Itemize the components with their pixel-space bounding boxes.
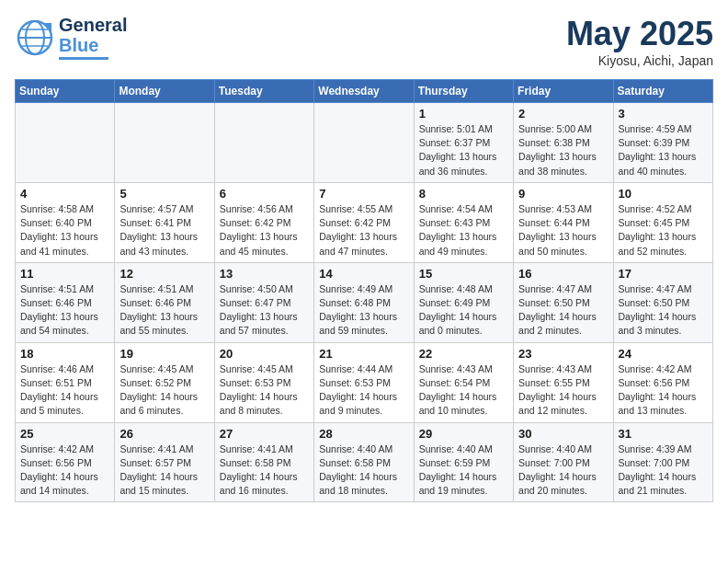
calendar-cell: 12Sunrise: 4:51 AMSunset: 6:46 PMDayligh… bbox=[115, 262, 214, 342]
weekday-header-tuesday: Tuesday bbox=[214, 80, 313, 103]
weekday-header-sunday: Sunday bbox=[16, 80, 115, 103]
day-info: Sunrise: 4:52 AMSunset: 6:45 PMDaylight:… bbox=[619, 202, 708, 259]
day-number: 4 bbox=[20, 187, 109, 201]
calendar-cell: 16Sunrise: 4:47 AMSunset: 6:50 PMDayligh… bbox=[514, 262, 613, 342]
calendar-cell: 23Sunrise: 4:43 AMSunset: 6:55 PMDayligh… bbox=[514, 342, 613, 422]
day-info: Sunrise: 4:42 AMSunset: 6:56 PMDaylight:… bbox=[20, 442, 109, 499]
calendar-cell: 22Sunrise: 4:43 AMSunset: 6:54 PMDayligh… bbox=[414, 342, 513, 422]
day-info: Sunrise: 4:47 AMSunset: 6:50 PMDaylight:… bbox=[518, 282, 608, 339]
day-info: Sunrise: 4:43 AMSunset: 6:55 PMDaylight:… bbox=[518, 362, 608, 419]
calendar-cell: 10Sunrise: 4:52 AMSunset: 6:45 PMDayligh… bbox=[613, 182, 712, 262]
calendar-cell: 6Sunrise: 4:56 AMSunset: 6:42 PMDaylight… bbox=[214, 182, 313, 262]
day-number: 5 bbox=[119, 187, 209, 201]
day-number: 21 bbox=[319, 347, 408, 361]
day-info: Sunrise: 4:48 AMSunset: 6:49 PMDaylight:… bbox=[419, 282, 508, 339]
weekday-header-saturday: Saturday bbox=[613, 80, 712, 103]
calendar-table: SundayMondayTuesdayWednesdayThursdayFrid… bbox=[15, 79, 713, 502]
month-title: May 2025 bbox=[566, 15, 713, 53]
day-number: 10 bbox=[619, 187, 708, 201]
calendar-cell: 7Sunrise: 4:55 AMSunset: 6:42 PMDaylight… bbox=[314, 182, 414, 262]
day-info: Sunrise: 4:54 AMSunset: 6:43 PMDaylight:… bbox=[419, 202, 508, 259]
day-info: Sunrise: 4:43 AMSunset: 6:54 PMDaylight:… bbox=[419, 362, 508, 419]
day-number: 23 bbox=[518, 347, 608, 361]
day-info: Sunrise: 5:00 AMSunset: 6:38 PMDaylight:… bbox=[518, 122, 608, 178]
calendar-cell: 2Sunrise: 5:00 AMSunset: 6:38 PMDaylight… bbox=[514, 103, 613, 183]
day-info: Sunrise: 4:46 AMSunset: 6:51 PMDaylight:… bbox=[20, 362, 109, 419]
day-info: Sunrise: 4:40 AMSunset: 7:00 PMDaylight:… bbox=[518, 442, 608, 499]
day-number: 14 bbox=[319, 267, 408, 281]
day-info: Sunrise: 4:45 AMSunset: 6:52 PMDaylight:… bbox=[119, 362, 209, 419]
logo-blue: Blue bbox=[59, 35, 127, 55]
calendar-week-1: 1Sunrise: 5:01 AMSunset: 6:37 PMDaylight… bbox=[16, 103, 713, 183]
day-number: 28 bbox=[319, 427, 408, 441]
calendar-week-2: 4Sunrise: 4:58 AMSunset: 6:40 PMDaylight… bbox=[16, 182, 713, 262]
weekday-header-wednesday: Wednesday bbox=[314, 80, 414, 103]
day-info: Sunrise: 4:42 AMSunset: 6:56 PMDaylight:… bbox=[619, 362, 708, 419]
calendar-cell: 17Sunrise: 4:47 AMSunset: 6:50 PMDayligh… bbox=[613, 262, 712, 342]
day-number: 12 bbox=[119, 267, 209, 281]
day-number: 29 bbox=[419, 427, 508, 441]
day-number: 22 bbox=[419, 347, 508, 361]
day-info: Sunrise: 4:51 AMSunset: 6:46 PMDaylight:… bbox=[20, 282, 109, 339]
day-info: Sunrise: 4:57 AMSunset: 6:41 PMDaylight:… bbox=[119, 202, 209, 259]
day-info: Sunrise: 4:59 AMSunset: 6:39 PMDaylight:… bbox=[619, 122, 708, 178]
calendar-cell: 18Sunrise: 4:46 AMSunset: 6:51 PMDayligh… bbox=[16, 342, 115, 422]
day-number: 18 bbox=[20, 347, 109, 361]
day-number: 16 bbox=[518, 267, 608, 281]
calendar-cell: 4Sunrise: 4:58 AMSunset: 6:40 PMDaylight… bbox=[16, 182, 115, 262]
day-info: Sunrise: 4:49 AMSunset: 6:48 PMDaylight:… bbox=[319, 282, 408, 339]
calendar-cell: 21Sunrise: 4:44 AMSunset: 6:53 PMDayligh… bbox=[314, 342, 414, 422]
day-info: Sunrise: 4:58 AMSunset: 6:40 PMDaylight:… bbox=[20, 202, 109, 259]
calendar-cell bbox=[314, 103, 414, 183]
day-number: 19 bbox=[119, 347, 209, 361]
logo-general: General bbox=[59, 15, 127, 35]
day-info: Sunrise: 4:44 AMSunset: 6:53 PMDaylight:… bbox=[319, 362, 408, 419]
calendar-cell: 25Sunrise: 4:42 AMSunset: 6:56 PMDayligh… bbox=[16, 422, 115, 502]
day-number: 17 bbox=[619, 267, 708, 281]
calendar-cell: 9Sunrise: 4:53 AMSunset: 6:44 PMDaylight… bbox=[514, 182, 613, 262]
calendar-cell: 20Sunrise: 4:45 AMSunset: 6:53 PMDayligh… bbox=[214, 342, 313, 422]
title-block: May 2025 Kiyosu, Aichi, Japan bbox=[566, 15, 713, 68]
day-info: Sunrise: 4:50 AMSunset: 6:47 PMDaylight:… bbox=[220, 282, 309, 339]
calendar-week-3: 11Sunrise: 4:51 AMSunset: 6:46 PMDayligh… bbox=[16, 262, 713, 342]
logo: General Blue bbox=[15, 15, 127, 60]
calendar-cell: 28Sunrise: 4:40 AMSunset: 6:58 PMDayligh… bbox=[314, 422, 414, 502]
page-header: General Blue May 2025 Kiyosu, Aichi, Jap… bbox=[15, 15, 713, 68]
calendar-cell: 8Sunrise: 4:54 AMSunset: 6:43 PMDaylight… bbox=[414, 182, 513, 262]
day-info: Sunrise: 4:39 AMSunset: 7:00 PMDaylight:… bbox=[619, 442, 708, 499]
day-info: Sunrise: 4:45 AMSunset: 6:53 PMDaylight:… bbox=[220, 362, 309, 419]
day-number: 15 bbox=[419, 267, 508, 281]
day-number: 13 bbox=[220, 267, 309, 281]
calendar-cell: 31Sunrise: 4:39 AMSunset: 7:00 PMDayligh… bbox=[613, 422, 712, 502]
day-number: 25 bbox=[20, 427, 109, 441]
day-info: Sunrise: 4:40 AMSunset: 6:58 PMDaylight:… bbox=[319, 442, 408, 499]
day-number: 3 bbox=[619, 107, 708, 121]
day-number: 8 bbox=[419, 187, 508, 201]
day-number: 26 bbox=[119, 427, 209, 441]
day-number: 20 bbox=[220, 347, 309, 361]
day-number: 31 bbox=[619, 427, 708, 441]
calendar-cell: 30Sunrise: 4:40 AMSunset: 7:00 PMDayligh… bbox=[514, 422, 613, 502]
day-info: Sunrise: 4:56 AMSunset: 6:42 PMDaylight:… bbox=[220, 202, 309, 259]
calendar-cell: 13Sunrise: 4:50 AMSunset: 6:47 PMDayligh… bbox=[214, 262, 313, 342]
calendar-cell bbox=[115, 103, 214, 183]
calendar-cell: 5Sunrise: 4:57 AMSunset: 6:41 PMDaylight… bbox=[115, 182, 214, 262]
calendar-cell: 26Sunrise: 4:41 AMSunset: 6:57 PMDayligh… bbox=[115, 422, 214, 502]
calendar-cell bbox=[16, 103, 115, 183]
day-number: 2 bbox=[518, 107, 608, 121]
weekday-header-row: SundayMondayTuesdayWednesdayThursdayFrid… bbox=[16, 80, 713, 103]
day-info: Sunrise: 4:47 AMSunset: 6:50 PMDaylight:… bbox=[619, 282, 708, 339]
weekday-header-thursday: Thursday bbox=[414, 80, 513, 103]
weekday-header-monday: Monday bbox=[115, 80, 214, 103]
calendar-cell: 11Sunrise: 4:51 AMSunset: 6:46 PMDayligh… bbox=[16, 262, 115, 342]
calendar-cell bbox=[214, 103, 313, 183]
calendar-cell: 14Sunrise: 4:49 AMSunset: 6:48 PMDayligh… bbox=[314, 262, 414, 342]
calendar-cell: 24Sunrise: 4:42 AMSunset: 6:56 PMDayligh… bbox=[613, 342, 712, 422]
weekday-header-friday: Friday bbox=[514, 80, 613, 103]
day-info: Sunrise: 4:55 AMSunset: 6:42 PMDaylight:… bbox=[319, 202, 408, 259]
day-number: 24 bbox=[619, 347, 708, 361]
day-number: 1 bbox=[419, 107, 508, 121]
day-info: Sunrise: 4:41 AMSunset: 6:57 PMDaylight:… bbox=[119, 442, 209, 499]
day-info: Sunrise: 4:40 AMSunset: 6:59 PMDaylight:… bbox=[419, 442, 508, 499]
calendar-week-5: 25Sunrise: 4:42 AMSunset: 6:56 PMDayligh… bbox=[16, 422, 713, 502]
